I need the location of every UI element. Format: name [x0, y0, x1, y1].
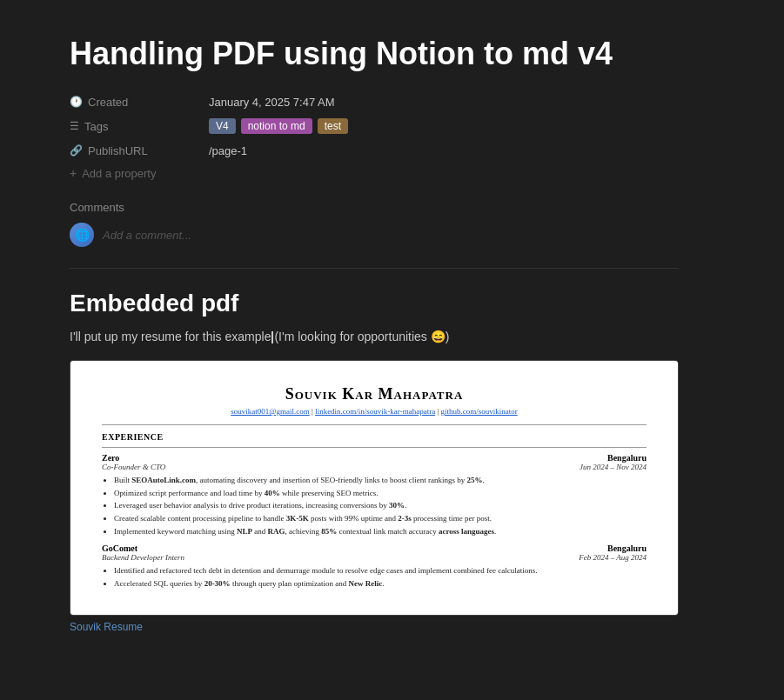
embedded-description: I'll put up my resume for this example(I… [70, 328, 679, 346]
description-after: (I'm looking for opportunities 😄) [274, 330, 449, 343]
job-zero-subtitle: Co-Founder & CTO Jun 2024 – Nov 2024 [102, 463, 647, 471]
job-gocomet-header: GoComet Bengaluru [102, 543, 647, 553]
comment-placeholder[interactable]: Add a comment... [103, 229, 191, 242]
bullet-item: Implemented keyword matching using NLP a… [114, 526, 647, 537]
page-title: Handling PDF using Notion to md v4 [70, 35, 679, 72]
user-avatar: 🌐 [70, 223, 94, 247]
job-gocomet-subtitle: Backend Developer Intern Feb 2024 – Aug … [102, 553, 647, 562]
experience-section-title: Experience [102, 432, 647, 442]
description-before: I'll put up my resume for this example [70, 330, 271, 343]
bullet-item: Leveraged user behavior analysis to driv… [114, 500, 647, 511]
bullet-item: Accelerated SQL queries by 20-30% throug… [114, 578, 647, 590]
add-property-button[interactable]: + Add a property [70, 163, 679, 183]
job-gocomet-location: Bengaluru [607, 543, 647, 553]
job-zero-location: Bengaluru [607, 453, 647, 463]
comments-label: Comments [70, 201, 679, 214]
properties-section: 🕐 Created January 4, 2025 7:47 AM ☰ Tags… [70, 90, 679, 183]
bullet-item: Identified and refactored tech debt in d… [114, 565, 647, 577]
tag-test[interactable]: test [318, 118, 348, 134]
tag-v4[interactable]: V4 [209, 118, 236, 134]
bullet-item: Built SEOAutoLink.com, automating discov… [114, 475, 647, 486]
bullet-item: Optimized script performance and load ti… [114, 488, 647, 499]
publish-url-property-row[interactable]: 🔗 PublishURL /page-1 [70, 138, 679, 163]
created-label: 🕐 Created [70, 96, 209, 109]
pdf-content: Souvik Kar Mahapatra souvikat001@gmail.c… [70, 361, 678, 615]
comments-section: Comments 🌐 Add a comment... [70, 201, 679, 247]
avatar-emoji: 🌐 [75, 228, 90, 242]
tags-label: ☰ Tags [70, 120, 209, 133]
section-divider [70, 268, 679, 269]
job-zero-title: Co-Founder & CTO [102, 463, 165, 471]
link-icon: 🔗 [70, 144, 83, 157]
resume-contact: souvikat001@gmail.com | linkedin.com/in/… [102, 407, 647, 416]
job-gocomet-period: Feb 2024 – Aug 2024 [579, 553, 647, 562]
resume-header-divider [102, 424, 647, 425]
created-value: January 4, 2025 7:47 AM [209, 96, 335, 109]
resume-linkedin: linkedin.com/in/souvik-kar-mahapatra [315, 407, 435, 416]
job-zero-bullets: Built SEOAutoLink.com, automating discov… [102, 475, 647, 537]
tag-notion-to-md[interactable]: notion to md [241, 118, 312, 134]
plus-icon: + [70, 166, 77, 180]
job-gocomet-bullets: Identified and refactored tech debt in d… [102, 565, 647, 589]
resume-name: Souvik Kar Mahapatra [102, 385, 647, 403]
tags-property-row[interactable]: ☰ Tags V4 notion to md test [70, 114, 679, 138]
clock-icon: 🕐 [70, 96, 83, 108]
bullet-item: Created scalable content processing pipe… [114, 513, 647, 524]
list-icon: ☰ [70, 120, 79, 132]
comment-input-row[interactable]: 🌐 Add a comment... [70, 223, 679, 247]
tags-container: V4 notion to md test [209, 118, 348, 134]
pdf-caption: Souvik Resume [70, 616, 679, 635]
experience-divider [102, 447, 647, 448]
job-zero-header: Zero Bengaluru [102, 453, 647, 463]
publish-url-value: /page-1 [209, 144, 247, 157]
embedded-title: Embedded pdf [70, 290, 679, 317]
job-gocomet-company: GoComet [102, 543, 137, 553]
pdf-embed: Souvik Kar Mahapatra souvikat001@gmail.c… [70, 360, 679, 616]
add-property-label: Add a property [82, 167, 156, 180]
job-gocomet-title: Backend Developer Intern [102, 553, 184, 562]
resume-email: souvikat001@gmail.com [231, 407, 310, 416]
created-property-row[interactable]: 🕐 Created January 4, 2025 7:47 AM [70, 90, 679, 114]
job-zero-period: Jun 2024 – Nov 2024 [580, 463, 647, 471]
embedded-section: Embedded pdf I'll put up my resume for t… [70, 290, 679, 635]
job-zero-company: Zero [102, 453, 119, 463]
publish-url-label: 🔗 PublishURL [70, 144, 209, 157]
resume-github: github.com/souvikinator [440, 407, 517, 416]
